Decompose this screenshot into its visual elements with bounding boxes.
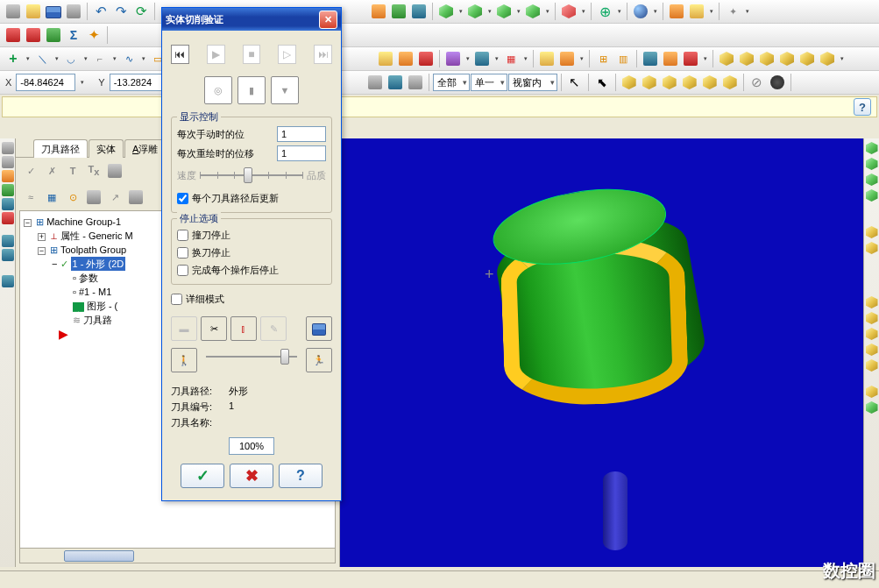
ok-button[interactable]: ✓ xyxy=(181,464,224,488)
tt2-3[interactable]: ⊙ xyxy=(63,188,82,207)
tb-forbid[interactable]: ⊘ xyxy=(748,73,767,92)
tool-btn-4[interactable]: ✎ xyxy=(260,316,287,341)
coord-x-input[interactable] xyxy=(16,74,75,91)
ls-6[interactable] xyxy=(2,212,14,224)
tb-cube1[interactable] xyxy=(436,2,456,21)
combo-viewport[interactable]: 视窗内 xyxy=(508,74,557,91)
rs-9[interactable] xyxy=(866,328,878,340)
tb-grid[interactable]: ▦ xyxy=(501,49,521,68)
tb-arc[interactable]: ◡ xyxy=(61,49,81,68)
tree-run-icon[interactable]: ▶ xyxy=(59,327,68,341)
ls-8[interactable] xyxy=(2,249,14,261)
rs-11[interactable] xyxy=(866,359,878,372)
tt-5[interactable] xyxy=(105,161,124,181)
rs-10[interactable] xyxy=(866,344,878,356)
tb-r2-3[interactable] xyxy=(44,25,63,45)
tb-y3[interactable] xyxy=(757,49,776,68)
dialog-close-button[interactable]: ✕ xyxy=(319,11,337,29)
tb-cb4[interactable] xyxy=(680,73,699,92)
tb-r2-1[interactable] xyxy=(4,25,23,45)
ls-3[interactable] xyxy=(2,170,14,182)
tb-sigma[interactable]: Σ xyxy=(64,25,83,45)
tt2-4[interactable] xyxy=(84,188,103,207)
tb-arrow[interactable]: ↖ xyxy=(565,73,585,92)
tb-y1[interactable] xyxy=(717,49,736,68)
tt2-1[interactable]: ≈ xyxy=(21,188,40,207)
tab-toolpath[interactable]: 刀具路径 xyxy=(33,139,88,158)
tb-r4-c[interactable] xyxy=(406,73,425,92)
tb-fillet[interactable]: ⌐ xyxy=(90,49,110,68)
tree-n6[interactable]: 图形 - ( xyxy=(87,301,117,311)
transport-play[interactable]: ▶ xyxy=(207,45,225,64)
tb-open[interactable] xyxy=(24,2,43,21)
ls-1[interactable] xyxy=(2,142,14,154)
tb-s3[interactable] xyxy=(416,49,436,68)
tb-wand[interactable]: ✦ xyxy=(723,2,742,21)
tree-exp-2[interactable]: − xyxy=(38,247,46,255)
combo-all[interactable]: 全部 xyxy=(433,74,470,91)
tb-r2-2[interactable] xyxy=(24,25,43,45)
tb-cb6[interactable] xyxy=(720,73,740,92)
rs-1[interactable] xyxy=(866,142,878,154)
tb-r4-b[interactable] xyxy=(386,73,405,92)
tb-y6[interactable] xyxy=(818,49,837,68)
tb-s2[interactable] xyxy=(396,49,415,68)
ls-4[interactable] xyxy=(2,184,14,196)
tb-m3[interactable] xyxy=(681,49,700,68)
tree-exp-3[interactable]: − xyxy=(52,259,57,269)
tt2-2[interactable]: ▦ xyxy=(42,188,61,207)
tb-cb2[interactable] xyxy=(640,73,659,92)
tt2-5[interactable]: ↗ xyxy=(105,188,124,207)
tree-n5[interactable]: #1 - M1 xyxy=(79,287,111,297)
tb-new[interactable] xyxy=(4,2,23,21)
tb-cube3[interactable] xyxy=(494,2,514,21)
tree-root[interactable]: Machine Group-1 xyxy=(46,216,121,227)
tb-cube4[interactable] xyxy=(523,2,542,21)
combo-single[interactable]: 单一 xyxy=(471,74,507,91)
tb-save[interactable] xyxy=(44,2,63,21)
tb-bulb[interactable] xyxy=(768,73,787,92)
tree-n1[interactable]: 属性 - Generic M xyxy=(60,230,133,241)
tb-m1[interactable] xyxy=(641,49,660,68)
rs-3[interactable] xyxy=(866,174,878,186)
cancel-button[interactable]: ✖ xyxy=(230,464,273,488)
tool-btn-1[interactable]: ▬ xyxy=(171,316,197,341)
walk-slider[interactable] xyxy=(206,348,297,365)
tb-grid3[interactable]: ▥ xyxy=(613,49,633,68)
run-button[interactable]: 🏃 xyxy=(306,348,332,372)
tb-wheel[interactable]: ⊕ xyxy=(595,2,614,21)
rs-2[interactable] xyxy=(866,158,878,170)
transport-ff[interactable]: ⏭ xyxy=(314,45,332,64)
rs-12[interactable] xyxy=(866,386,878,398)
ls-7[interactable] xyxy=(2,235,14,247)
tt-3[interactable]: T xyxy=(63,161,82,181)
tb-redo[interactable]: ↷ xyxy=(111,2,131,21)
transport-stop[interactable]: ■ xyxy=(243,45,261,64)
help-button[interactable]: ? xyxy=(854,98,871,116)
tb-draw2[interactable] xyxy=(687,2,706,21)
update-each-checkbox[interactable] xyxy=(177,193,188,204)
tb-refresh[interactable]: ⟳ xyxy=(131,2,151,21)
redraw-input[interactable] xyxy=(277,145,326,161)
manual-input[interactable] xyxy=(277,126,326,142)
rs-7[interactable] xyxy=(866,296,878,308)
tree-n4[interactable]: 参数 xyxy=(79,273,98,283)
rs-5[interactable] xyxy=(866,226,878,238)
tb-line[interactable]: ＼ xyxy=(32,49,52,68)
tb-draw1[interactable] xyxy=(667,2,686,21)
tb-g1[interactable] xyxy=(537,49,556,68)
tt2-6[interactable] xyxy=(126,188,145,207)
tb-undo[interactable]: ↶ xyxy=(91,2,110,21)
tool-btn-scissors[interactable]: ✂ xyxy=(201,316,227,341)
tab-solid[interactable]: 实体 xyxy=(89,139,124,158)
tt-1[interactable]: ✓ xyxy=(21,161,40,181)
speed-slider[interactable] xyxy=(200,166,303,184)
rs-4[interactable] xyxy=(866,189,878,202)
tb-rcube1[interactable] xyxy=(559,2,578,21)
tb-sphere[interactable] xyxy=(631,2,650,21)
tree-exp-root[interactable]: − xyxy=(24,219,32,227)
mode-btn-3[interactable]: ▼ xyxy=(271,76,299,104)
ls-9[interactable] xyxy=(2,275,14,287)
walk-button[interactable]: 🚶 xyxy=(171,348,197,372)
tb-cb3[interactable] xyxy=(660,73,679,92)
